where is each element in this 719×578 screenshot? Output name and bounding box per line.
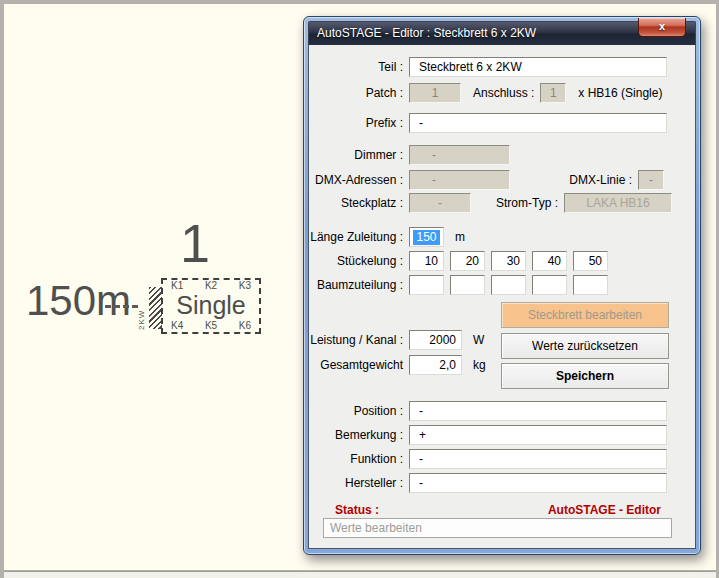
laenge-zuleitung-row: Länge Zuleitung : 150 m [309, 227, 697, 247]
dmx-linie-field: - [638, 170, 664, 190]
steckbrett-bearbeiten-button[interactable]: Steckbrett bearbeiten [501, 302, 669, 328]
gesamtgewicht-label: Gesamtgewicht [309, 358, 409, 372]
stueckelung-input-5[interactable] [573, 251, 608, 271]
unit-w: W [473, 333, 484, 347]
baumzuteilung-row: Baumzuteilung : [309, 275, 697, 295]
stueckelung-input-2[interactable] [450, 251, 485, 271]
unit-kg: kg [473, 358, 486, 372]
stueckelung-input-4[interactable] [532, 251, 567, 271]
dmx-linie-label: DMX-Linie : [569, 173, 632, 187]
dialog-title: AutoSTAGE - Editor : Steckbrett 6 x 2KW [317, 26, 536, 40]
bemerkung-label: Bemerkung : [309, 428, 409, 442]
dimmer-field: - [409, 145, 510, 165]
strom-typ-field: LAKA HB16 [564, 193, 672, 213]
status-label: Status : [335, 503, 379, 517]
patch-field: 1 [409, 83, 461, 103]
laenge-zuleitung-selection: 150 [413, 230, 439, 245]
laenge-zuleitung-label: Länge Zuleitung : [309, 230, 409, 244]
status-message-field: Werte bearbeiten [323, 518, 672, 538]
position-row: Position : [309, 401, 697, 421]
steckplatz-row: Steckplatz : - Strom-Typ : LAKA HB16 [309, 193, 697, 213]
teil-label: Teil : [309, 60, 409, 74]
funktion-row: Funktion : [309, 449, 697, 469]
funktion-input[interactable] [409, 449, 667, 469]
stueckelung-row: Stückelung : [309, 251, 697, 271]
baumzuteilung-label: Baumzuteilung : [309, 278, 409, 292]
close-icon: x [659, 20, 665, 32]
stueckelung-input-1[interactable] [409, 251, 444, 271]
cad-channel-k2: K2 [205, 281, 217, 291]
cad-steckbrett-symbol[interactable]: K1 K2 K3 Single K4 K5 K6 [161, 278, 261, 334]
cad-channel-k6: K6 [239, 321, 251, 331]
cad-channel-k5: K5 [205, 321, 217, 331]
baumzuteilung-input-3[interactable] [491, 275, 526, 295]
cad-single-label: Single [163, 295, 259, 315]
anschluss-field: 1 [540, 83, 566, 103]
funktion-label: Funktion : [309, 452, 409, 466]
position-input[interactable] [409, 401, 667, 421]
baumzuteilung-input-1[interactable] [409, 275, 444, 295]
strom-typ-label: Strom-Typ : [496, 196, 558, 210]
dmx-adressen-label: DMX-Adressen : [309, 173, 409, 187]
canvas-bottom-strip [4, 571, 716, 578]
prefix-label: Prefix : [309, 116, 409, 130]
cad-channel-k4: K4 [171, 321, 183, 331]
cad-channel-k1: K1 [171, 281, 183, 291]
gesamtgewicht-row: Gesamtgewicht kg [309, 355, 697, 375]
editor-dialog: AutoSTAGE - Editor : Steckbrett 6 x 2KW … [303, 16, 701, 555]
dimmer-row: Dimmer : - [309, 145, 697, 165]
patch-row: Patch : 1 Anschluss : 1 x HB16 (Single) [309, 83, 697, 103]
dialog-client-area: Teil : Patch : 1 Anschluss : 1 x HB16 (S… [308, 45, 696, 549]
cad-cable-length-label: 150m [26, 280, 131, 322]
prefix-row: Prefix : [309, 113, 697, 133]
leistung-kanal-label: Leistung / Kanal : [309, 333, 409, 347]
cad-channel-k3: K3 [239, 281, 251, 291]
stueckelung-input-3[interactable] [491, 251, 526, 271]
steckplatz-label: Steckplatz : [309, 196, 409, 210]
bemerkung-input[interactable] [409, 425, 667, 445]
cad-channel-row-bottom: K4 K5 K6 [163, 321, 259, 331]
baumzuteilung-input-4[interactable] [532, 275, 567, 295]
hersteller-label: Hersteller : [309, 476, 409, 490]
cad-connector-line [105, 305, 138, 308]
leistung-kanal-input[interactable] [409, 330, 462, 350]
hersteller-row: Hersteller : [309, 473, 697, 493]
teil-input[interactable] [409, 57, 667, 77]
dmx-adressen-field: - [409, 170, 510, 190]
prefix-input[interactable] [409, 113, 667, 133]
leistung-kanal-row: Leistung / Kanal : W [309, 330, 697, 350]
status-app-label: AutoSTAGE - Editor [548, 503, 661, 517]
dmx-row: DMX-Adressen : - DMX-Linie : - [309, 170, 697, 190]
gesamtgewicht-input[interactable] [409, 355, 462, 375]
laenge-zuleitung-input[interactable]: 150 [409, 227, 444, 247]
stueckelung-label: Stückelung : [309, 254, 409, 268]
application-screen: 1 150m 2KW K1 K2 K3 Single K4 K5 K6 [0, 0, 719, 578]
close-button[interactable]: x [638, 18, 686, 37]
teil-row: Teil : [309, 57, 697, 77]
status-header-row: Status : AutoSTAGE - Editor [309, 503, 697, 517]
bemerkung-row: Bemerkung : [309, 425, 697, 445]
anschluss-label: Anschluss : [473, 86, 534, 100]
dimmer-label: Dimmer : [309, 148, 409, 162]
hersteller-input[interactable] [409, 473, 667, 493]
baumzuteilung-input-2[interactable] [450, 275, 485, 295]
unit-m: m [455, 230, 465, 244]
anschluss-suffix: x HB16 (Single) [578, 86, 662, 100]
position-label: Position : [309, 404, 409, 418]
cad-channel-row-top: K1 K2 K3 [163, 281, 259, 291]
steckplatz-field: - [409, 193, 471, 213]
baumzuteilung-input-5[interactable] [573, 275, 608, 295]
cad-channel-number: 1 [180, 216, 210, 270]
cad-connector-type-label: 2KW [137, 288, 146, 330]
patch-label: Patch : [309, 86, 409, 100]
